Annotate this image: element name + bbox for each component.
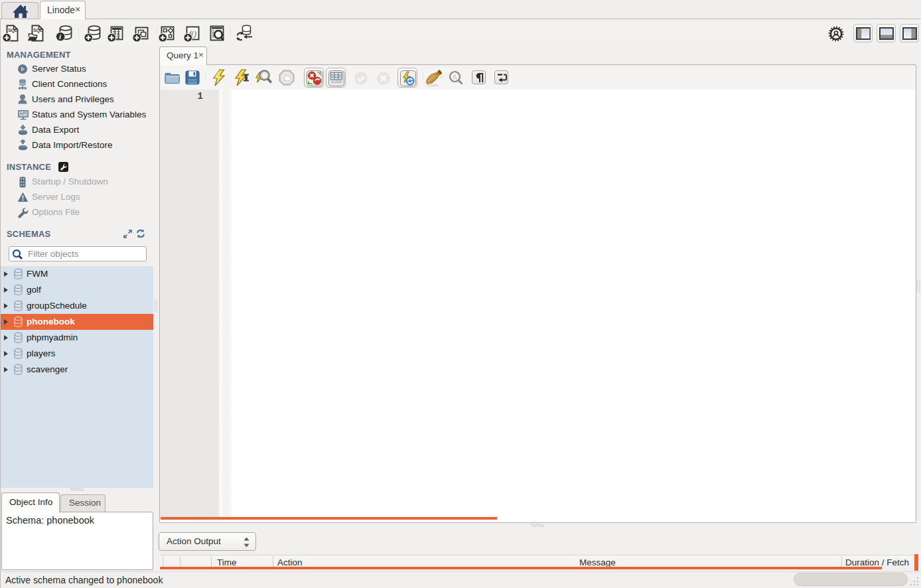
svg-text:SQL: SQL (8, 28, 17, 33)
svg-text:A: A (453, 74, 457, 81)
svg-text:SQL: SQL (33, 28, 42, 33)
